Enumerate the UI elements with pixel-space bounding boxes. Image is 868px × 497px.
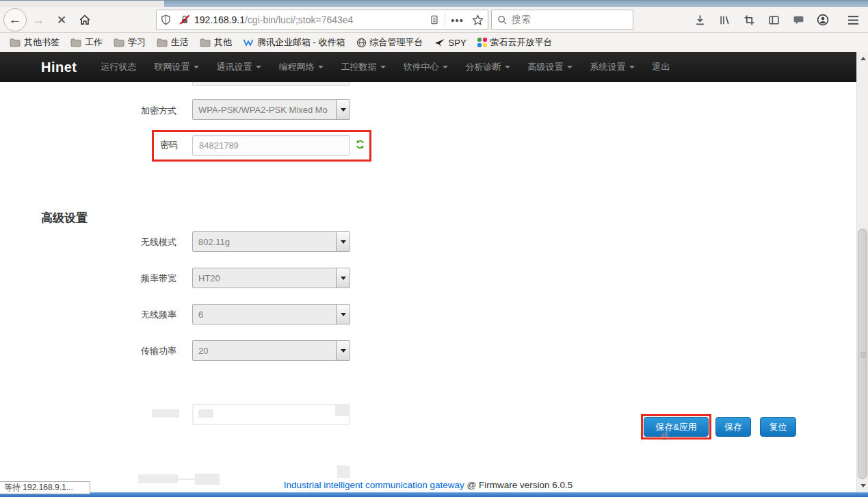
vertical-scrollbar[interactable] <box>856 52 868 492</box>
save-button[interactable]: 保存 <box>715 417 751 437</box>
scroll-down-arrow[interactable] <box>857 481 868 491</box>
nav-label: 通讯设置 <box>217 61 252 73</box>
save-apply-button[interactable]: 保存&应用 <box>644 417 709 437</box>
chevron-down-icon <box>194 66 199 68</box>
dropdown-button[interactable] <box>336 268 350 288</box>
wireless-mode-value: 802.11g <box>193 237 336 247</box>
bookmark-ezviz[interactable]: 萤石云开放平台 <box>472 36 558 49</box>
password-input[interactable] <box>192 135 350 156</box>
dropdown-button[interactable] <box>336 100 350 119</box>
scrollbar-grip-icon <box>860 351 866 359</box>
nav-software-center[interactable]: 软件中心 <box>395 61 457 73</box>
tracking-shield-icon[interactable] <box>157 14 175 25</box>
nav-network-settings[interactable]: 联网设置 <box>146 61 208 73</box>
bookmark-label: 其他 <box>214 36 232 49</box>
dropdown-button[interactable] <box>336 341 350 360</box>
nav-label: 高级设置 <box>528 61 564 73</box>
tx-power-value: 20 <box>193 346 336 356</box>
nav-comm-settings[interactable]: 通讯设置 <box>208 61 270 73</box>
dropdown-arrow-icon <box>341 277 346 280</box>
wireless-mode-label: 无线模式 <box>94 236 176 248</box>
folder-icon <box>157 38 168 47</box>
scroll-up-arrow[interactable] <box>857 53 868 64</box>
chevron-down-icon <box>380 66 386 68</box>
dropdown-arrow-icon <box>341 108 346 112</box>
forward-button[interactable]: → <box>30 7 47 33</box>
page-footer: Industrial intelligent communication gat… <box>0 480 856 490</box>
dropdown-button[interactable] <box>336 232 350 251</box>
browser-toolbar: ← → ✕ 192.168.9.1/cgi-bin/luci/;stok=764… <box>0 7 868 33</box>
brand-logo[interactable]: Hinet <box>41 60 77 75</box>
status-tooltip: 等待 192.168.9.1... <box>0 481 90 494</box>
bookmark-folder-study[interactable]: 学习 <box>108 36 151 49</box>
channel-select[interactable]: 6 <box>192 304 350 324</box>
bookmark-folder-misc[interactable]: 其他 <box>194 36 237 49</box>
url-host: 192.168.9.1 <box>194 14 245 25</box>
channel-value: 6 <box>193 309 336 320</box>
insecure-lock-icon[interactable] <box>175 14 194 25</box>
dropdown-button[interactable] <box>336 305 350 324</box>
bookmark-mgmt-platform[interactable]: 综合管理平台 <box>351 36 429 49</box>
bookmark-folder-other[interactable]: 其他书签 <box>4 36 65 49</box>
bookmark-folder-work[interactable]: 工作 <box>65 36 108 49</box>
bookmarks-bar: 其他书签 工作 学习 生活 其他 腾讯企业邮箱 - 收件箱 综合管理平台 SP <box>0 33 868 52</box>
search-bar[interactable]: 搜索 <box>491 10 633 30</box>
bookmark-folder-life[interactable]: 生活 <box>151 36 194 49</box>
password-label: 密码 <box>109 139 178 151</box>
account-icon[interactable] <box>811 7 835 33</box>
stop-button[interactable]: ✕ <box>53 7 70 33</box>
page-actions-icon[interactable]: ••• <box>447 14 468 26</box>
triangle-down-icon <box>860 484 866 487</box>
nav-system-settings[interactable]: 系统设置 <box>581 61 644 73</box>
site-navbar: Hinet 运行状态 联网设置 通讯设置 编程网络 工控数据 软件中心 分析诊断… <box>0 52 856 82</box>
reset-button[interactable]: 复位 <box>760 417 796 437</box>
chevron-down-icon <box>629 66 635 68</box>
menu-icon[interactable] <box>841 7 865 33</box>
chevron-down-icon <box>256 66 261 68</box>
plane-icon <box>434 38 445 47</box>
pocket-chat-icon[interactable] <box>786 7 811 33</box>
refresh-password-icon[interactable] <box>355 140 365 149</box>
wireless-mode-select[interactable]: 802.11g <box>192 231 350 252</box>
nav-programming-network[interactable]: 编程网络 <box>270 61 332 73</box>
nav-label: 联网设置 <box>155 61 190 73</box>
folder-icon <box>10 38 21 47</box>
bandwidth-select[interactable]: HT20 <box>192 268 350 288</box>
bookmark-star-icon[interactable] <box>468 14 488 26</box>
encryption-select[interactable]: WPA-PSK/WPA2-PSK Mixed Mo <box>192 99 350 120</box>
page-content: 加密方式 WPA-PSK/WPA2-PSK Mixed Mo 密码 高级设置 无… <box>0 82 856 492</box>
nav-industrial-data[interactable]: 工控数据 <box>332 61 395 73</box>
tx-power-select[interactable]: 20 <box>192 340 350 361</box>
globe-icon <box>356 38 367 48</box>
nav-label: 运行状态 <box>101 61 137 73</box>
screenshot-icon[interactable] <box>737 7 761 33</box>
tab-strip <box>0 0 868 7</box>
bandwidth-value: HT20 <box>193 273 336 283</box>
downloads-icon[interactable] <box>687 7 712 33</box>
url-bar[interactable]: 192.168.9.1/cgi-bin/luci/;stok=7643e4 ••… <box>156 10 488 30</box>
library-icon[interactable] <box>712 7 737 33</box>
bookmark-tencent-mail[interactable]: 腾讯企业邮箱 - 收件箱 <box>237 36 351 49</box>
search-placeholder: 搜索 <box>512 14 531 26</box>
nav-advanced-settings[interactable]: 高级设置 <box>519 61 581 73</box>
scrollbar-thumb[interactable] <box>858 229 867 479</box>
nav-running-status[interactable]: 运行状态 <box>92 61 146 73</box>
cutoff-field-sliver <box>192 82 350 86</box>
back-button[interactable]: ← <box>3 8 27 31</box>
nav-logout[interactable]: 退出 <box>644 61 679 73</box>
nav-analysis-diagnosis[interactable]: 分析诊断 <box>457 61 519 73</box>
bookmark-label: 生活 <box>171 36 189 49</box>
footer-link[interactable]: Industrial intelligent communication gat… <box>284 480 464 490</box>
reader-mode-icon[interactable] <box>425 14 443 25</box>
sidebar-icon[interactable] <box>761 7 786 33</box>
chevron-down-icon <box>318 66 324 68</box>
footer-version: @ Firmware version 6.0.5 <box>464 480 573 490</box>
bookmark-spy[interactable]: SPY <box>429 38 472 48</box>
bookmark-label: 腾讯企业邮箱 - 收件箱 <box>257 36 345 49</box>
search-icon <box>497 15 508 25</box>
home-button[interactable] <box>75 7 94 33</box>
url-text[interactable]: 192.168.9.1/cgi-bin/luci/;stok=7643e4 <box>194 14 425 25</box>
chevron-down-icon <box>443 66 448 68</box>
tx-power-label: 传输功率 <box>94 345 176 357</box>
home-icon <box>79 14 91 26</box>
